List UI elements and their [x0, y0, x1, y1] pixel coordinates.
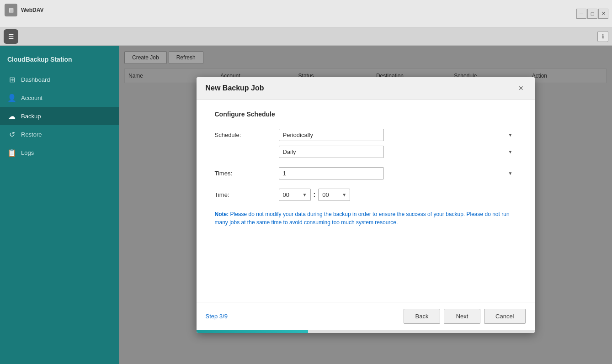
info-button[interactable]: ℹ: [597, 31, 608, 42]
modal-progress-fill: [197, 330, 308, 333]
modal-footer: Step 3/9 Back Next Cancel: [197, 302, 535, 330]
period-select[interactable]: Daily Weekly Monthly: [279, 146, 384, 158]
app-title: WebDAV: [21, 7, 44, 13]
sidebar-item-label-dashboard: Dashboard: [21, 76, 50, 83]
times-dropdown-icon: ▼: [508, 171, 513, 176]
modal-body: Configure Schedule Schedule: Periodicall…: [197, 100, 535, 302]
times-select[interactable]: 1 2 3 4 6 8 12: [279, 167, 384, 179]
time-row: Time: 00 01 02 06 12: [215, 189, 516, 201]
cancel-button[interactable]: Cancel: [484, 309, 525, 324]
next-button[interactable]: Next: [444, 309, 480, 324]
schedule-label: Schedule:: [215, 129, 279, 138]
app-bar: ☰ ℹ: [0, 27, 612, 46]
window-controls: ─ □ ✕: [576, 9, 608, 19]
hour-select[interactable]: 00 01 02 06 12 18 23: [279, 189, 311, 201]
time-label: Time:: [215, 189, 279, 198]
minute-select[interactable]: 00 05 10 15 30 45: [318, 189, 350, 201]
time-separator: :: [314, 191, 316, 198]
sidebar-item-backup[interactable]: ☁ Backup: [0, 107, 119, 125]
title-bar: ▤ WebDAV ─ □ ✕: [0, 0, 612, 27]
sidebar-item-label-logs: Logs: [21, 149, 34, 156]
times-label: Times:: [215, 167, 279, 177]
maximize-button[interactable]: □: [587, 9, 597, 19]
times-select-wrapper: 1 2 3 4 6 8 12 ▼: [279, 167, 516, 179]
sidebar: CloudBackup Station ⊞ Dashboard 👤 Accoun…: [0, 46, 119, 364]
modal-title: New Backup Job: [206, 84, 264, 92]
schedule-dropdown-icon: ▼: [508, 132, 513, 137]
section-title: Configure Schedule: [215, 111, 516, 118]
note-body: Please do not modify your data during th…: [215, 211, 510, 226]
back-button[interactable]: Back: [404, 309, 440, 324]
sidebar-item-restore[interactable]: ↺ Restore: [0, 125, 119, 143]
modal-overlay: New Backup Job ✕ Configure Schedule Sche…: [119, 46, 612, 364]
minimize-button[interactable]: ─: [576, 9, 586, 19]
modal-progress-bar: [197, 330, 535, 333]
sidebar-item-label-account: Account: [21, 95, 43, 101]
main-layout: CloudBackup Station ⊞ Dashboard 👤 Accoun…: [0, 46, 612, 364]
schedule-row: Schedule: Periodically Daily Weekly Mont…: [215, 129, 516, 158]
modal-header: New Backup Job ✕: [197, 77, 535, 100]
new-backup-job-modal: New Backup Job ✕ Configure Schedule Sche…: [197, 77, 535, 333]
hour-select-wrapper: 00 01 02 06 12 18 23 ▼: [279, 189, 311, 201]
times-controls: 1 2 3 4 6 8 12 ▼: [279, 167, 516, 179]
minute-select-wrapper: 00 05 10 15 30 45 ▼: [318, 189, 350, 201]
schedule-select[interactable]: Periodically Daily Weekly Monthly: [279, 129, 384, 141]
sidebar-item-dashboard[interactable]: ⊞ Dashboard: [0, 70, 119, 89]
restore-icon: ↺: [7, 130, 16, 139]
sidebar-item-account[interactable]: 👤 Account: [0, 89, 119, 107]
sidebar-toggle-button[interactable]: ☰: [4, 29, 18, 44]
dashboard-icon: ⊞: [7, 75, 16, 84]
sidebar-item-label-restore: Restore: [21, 131, 42, 138]
sidebar-item-logs[interactable]: 📋 Logs: [0, 143, 119, 162]
app-icon: ▤: [5, 4, 17, 16]
note-container: Note: Please do not modify your data dur…: [215, 210, 516, 227]
account-icon: 👤: [7, 93, 16, 102]
close-button[interactable]: ✕: [598, 9, 608, 19]
time-controls: 00 01 02 06 12 18 23 ▼: [279, 189, 516, 201]
step-indicator: Step 3/9: [206, 313, 228, 320]
sidebar-brand: CloudBackup Station: [0, 50, 119, 70]
time-picker: 00 01 02 06 12 18 23 ▼: [279, 189, 516, 201]
schedule-select-wrapper: Periodically Daily Weekly Monthly ▼: [279, 129, 516, 141]
content-area: Create Job Refresh Name Account Status D…: [119, 46, 612, 364]
backup-icon: ☁: [7, 111, 16, 121]
period-dropdown-icon: ▼: [508, 149, 513, 154]
times-row: Times: 1 2 3 4 6 8 12: [215, 167, 516, 179]
footer-buttons: Back Next Cancel: [404, 309, 525, 324]
logs-icon: 📋: [7, 148, 16, 157]
schedule-controls: Periodically Daily Weekly Monthly ▼ Dail…: [279, 129, 516, 158]
modal-close-button[interactable]: ✕: [516, 84, 526, 93]
sidebar-item-label-backup: Backup: [21, 113, 41, 120]
note-label: Note:: [215, 211, 229, 217]
period-select-wrapper: Daily Weekly Monthly ▼: [279, 146, 516, 158]
